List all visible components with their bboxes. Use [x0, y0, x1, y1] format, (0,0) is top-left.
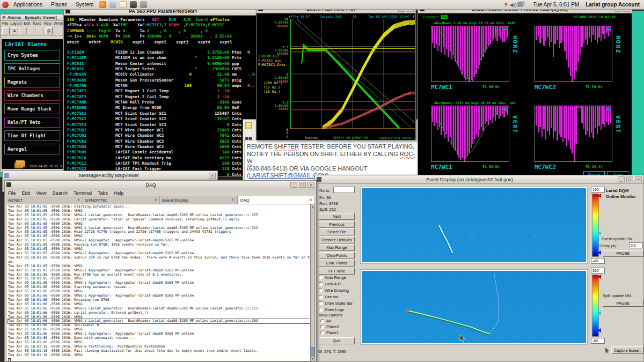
event-display-maximize-icon[interactable]: □: [626, 176, 633, 182]
alarm-item-time-of-flight[interactable]: Time Of Flight: [4, 130, 60, 141]
tool-icon-1[interactable]: [19, 27, 27, 34]
tool-icon-2[interactable]: [28, 27, 35, 34]
previous-button[interactable]: Previous: [319, 221, 355, 228]
capture-screen-button[interactable]: Capture Screen: [611, 346, 643, 354]
daq-menu-search[interactable]: Search: [52, 190, 68, 196]
scale1-max-input[interactable]: 160: [591, 187, 605, 193]
daq-scrollbar[interactable]: ▲ ▼: [310, 204, 315, 361]
alarms-menu-layout[interactable]: Layout: [10, 21, 21, 25]
event-display-close-icon[interactable]: ×: [635, 176, 642, 182]
daq-maximize-icon[interactable]: □: [299, 182, 306, 188]
tool-icon-3[interactable]: [36, 27, 44, 34]
alarm-item-wire-chambers[interactable]: Wire Chambers: [4, 90, 60, 101]
event-display-minimize-icon[interactable]: _: [618, 176, 625, 182]
event-image-plane0[interactable]: [362, 188, 586, 262]
tab-close-icon[interactable]: ✕: [154, 198, 157, 202]
daq-close-icon[interactable]: ×: [308, 182, 314, 188]
daq-menu-help[interactable]: Help: [114, 190, 124, 196]
notes-icon[interactable]: [120, 1, 127, 8]
scroll-up-icon[interactable]: ▲: [311, 204, 314, 209]
daq-menu-view[interactable]: View: [36, 190, 46, 196]
scrollbar-thumb[interactable]: [311, 347, 314, 356]
eval-points-button[interactable]: Eval. Points: [319, 260, 355, 267]
event-pause-button[interactable]: PAUSE: [603, 250, 643, 257]
daq-minimize-icon[interactable]: _: [290, 182, 297, 188]
scale1-min-input[interactable]: -40: [591, 258, 605, 264]
clearpoints-button[interactable]: ClearPoints: [319, 252, 355, 259]
checkbox-lock-a-r-[interactable]: Lock A.R.: [319, 282, 342, 286]
mail-icon[interactable]: [109, 1, 116, 8]
scale2-marker-red[interactable]: [597, 275, 601, 279]
scale1-marker-yellow[interactable]: [597, 212, 601, 216]
scale2-marker-blue[interactable]: [597, 328, 601, 333]
spill-pause-button[interactable]: PAUSE: [603, 300, 643, 307]
daq-tab-event-display[interactable]: Event Display✕: [160, 196, 237, 204]
radio-plane1[interactable]: Plane1: [320, 330, 339, 335]
alarm-item-magnets[interactable]: Magnets: [4, 77, 60, 87]
checkbox-draw-logo[interactable]: Draw Logo: [319, 307, 344, 312]
checkbox-draw-scale-bar[interactable]: Draw Scale Bar: [319, 301, 353, 306]
scale1-marker-red[interactable]: [597, 194, 601, 198]
tab-close-icon[interactable]: ✕: [77, 198, 80, 202]
terminal-icon[interactable]: [130, 1, 137, 8]
account-menu[interactable]: Lariat group Account: [586, 2, 640, 8]
firefox-icon[interactable]: [99, 1, 106, 8]
restore-defaults-button[interactable]: Restore Defaults: [319, 237, 355, 243]
scale2-marker-cyan[interactable]: [597, 311, 601, 315]
alarms-menu-file[interactable]: File: [2, 21, 8, 25]
gxsa-plot-area[interactable]: ◆FTP◆ V6.57 Console 253 56 Tue 05-APR-20…: [257, 13, 415, 140]
daq-menu-file[interactable]: File: [8, 190, 16, 196]
fft-wire-button[interactable]: FFT Wire: [319, 268, 355, 275]
max-range-button[interactable]: Max Range: [319, 244, 355, 251]
menu-system[interactable]: System: [72, 2, 97, 8]
clock[interactable]: Tue Apr 5, 6:01 PM: [533, 2, 579, 8]
radio-all[interactable]: All: [320, 319, 331, 323]
open-icon[interactable]: [2, 27, 10, 34]
checkbox-wire-drawing[interactable]: Wire Drawing: [319, 288, 349, 293]
alarm-item-tpc-voltages[interactable]: TPC Voltages: [4, 63, 60, 74]
camera-icon[interactable]: [140, 1, 147, 8]
goto-input[interactable]: [333, 187, 355, 193]
tab-close-icon[interactable]: ✕: [309, 198, 312, 202]
print-icon[interactable]: ⎙: [45, 27, 53, 34]
delay-input[interactable]: 0.5: [629, 242, 643, 248]
distro-menu-icon[interactable]: [2, 2, 9, 8]
radio-plane0[interactable]: Plane0: [320, 324, 339, 329]
msgviewer-close-icon[interactable]: ×: [209, 173, 216, 179]
quit-button[interactable]: Quit: [319, 337, 355, 344]
volume-icon[interactable]: ◀)): [510, 2, 517, 8]
select-file-button[interactable]: Select File: [319, 228, 355, 235]
scale1-colorbar[interactable]: [592, 194, 599, 257]
user-icon[interactable]: ♟: [11, 27, 18, 34]
folder-icon[interactable]: [16, 160, 25, 167]
alarms-menu-view[interactable]: View: [43, 21, 52, 25]
menu-places[interactable]: Places: [47, 2, 71, 8]
daq-menu-terminal[interactable]: Terminal: [74, 190, 92, 196]
daq-menu-edit[interactable]: Edit: [22, 190, 31, 196]
scroll-down-icon[interactable]: ▼: [311, 356, 314, 361]
daq-log[interactable]: Tue Apr 05 18:01:05 -0500 2016: Starting…: [6, 204, 312, 361]
s60-terminal[interactable]: S60 MCenter Beamline Parameters SET D/A …: [67, 17, 255, 176]
menu-applications[interactable]: Applications: [10, 2, 46, 8]
daq-menu-tabs[interactable]: Tabs: [98, 190, 108, 196]
checkbox-auto-range[interactable]: Auto Range: [319, 275, 346, 280]
notification-icon[interactable]: ✶: [503, 1, 508, 8]
scale2-min-input[interactable]: -80: [591, 338, 605, 344]
next-button[interactable]: Next: [319, 213, 355, 220]
alarm-item-muon-range-stack[interactable]: Muon Range Stack: [4, 104, 60, 114]
scale2-marker-yellow[interactable]: [597, 291, 601, 295]
event-image-plane1[interactable]: [362, 271, 586, 343]
alarms-menu-edit[interactable]: Edit: [24, 21, 30, 25]
alarm-item-cryo-system[interactable]: Cryo System: [4, 50, 60, 61]
note-sticky-icon[interactable]: [245, 122, 252, 129]
daq-tab-acnet[interactable]: ACNET✕: [6, 196, 83, 204]
daq-tab-synoptic[interactable]: SYNOPTIC✕: [83, 196, 160, 204]
scale1-marker-cyan[interactable]: [597, 231, 601, 235]
network-icon[interactable]: [517, 2, 523, 7]
checkbox-use-cm[interactable]: Use cm: [319, 294, 338, 299]
daq-tab-daq[interactable]: DAQ✕: [237, 196, 316, 204]
scale2-max-input[interactable]: 320: [591, 268, 605, 274]
scale2-colorbar[interactable]: [592, 275, 599, 337]
scale1-marker-blue[interactable]: [597, 250, 601, 255]
tab-close-icon[interactable]: ✕: [231, 198, 235, 202]
